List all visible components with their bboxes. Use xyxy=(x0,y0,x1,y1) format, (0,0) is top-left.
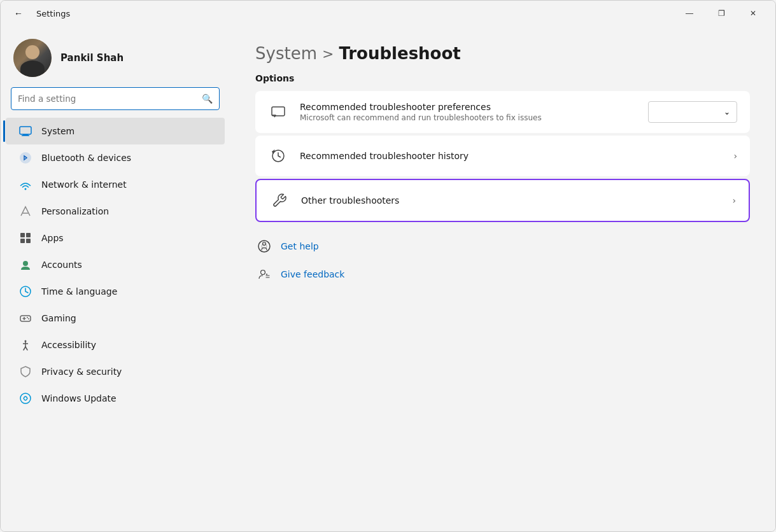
personalization-icon xyxy=(18,204,32,218)
accessibility-icon xyxy=(18,338,32,352)
search-box: 🔍 xyxy=(11,87,220,110)
window-title: Settings xyxy=(36,9,70,18)
get-help-icon xyxy=(255,237,273,255)
sidebar-item-system[interactable]: System xyxy=(6,118,225,144)
svg-rect-9 xyxy=(26,239,31,243)
svg-point-3 xyxy=(20,152,31,164)
network-icon xyxy=(18,178,32,192)
recommended-prefs-text: Recommended troubleshooter preferences M… xyxy=(300,102,637,122)
other-troubleshooters-right: › xyxy=(732,195,736,206)
titlebar: ← Settings — ❐ ✕ xyxy=(1,1,775,26)
sidebar-item-label: Bluetooth & devices xyxy=(41,153,131,163)
minimize-button[interactable]: — xyxy=(675,3,704,24)
update-icon xyxy=(18,391,32,405)
right-panel: System > Troubleshoot Options Recommen xyxy=(230,26,775,531)
history-right: › xyxy=(733,151,737,161)
sidebar-item-apps[interactable]: Apps xyxy=(6,225,225,251)
svg-point-16 xyxy=(28,318,29,319)
titlebar-left: ← Settings xyxy=(8,3,70,24)
close-button[interactable]: ✕ xyxy=(738,3,768,24)
main-content: Pankil Shah 🔍 xyxy=(1,26,775,531)
get-help-link[interactable]: Get help xyxy=(255,235,750,258)
time-icon xyxy=(18,284,32,298)
svg-rect-0 xyxy=(20,127,31,134)
search-input[interactable] xyxy=(18,94,197,104)
user-profile[interactable]: Pankil Shah xyxy=(1,26,230,87)
sidebar-item-bluetooth[interactable]: Bluetooth & devices xyxy=(6,144,225,171)
recommended-prefs-card: Recommended troubleshooter preferences M… xyxy=(255,91,750,133)
svg-rect-8 xyxy=(20,239,25,243)
sidebar-item-accounts[interactable]: Accounts xyxy=(6,251,225,278)
svg-rect-7 xyxy=(26,233,31,237)
sidebar-nav: System Bluetooth & devices xyxy=(1,118,230,412)
breadcrumb: System > Troubleshoot xyxy=(255,44,750,63)
svg-rect-6 xyxy=(20,233,25,237)
system-icon xyxy=(18,124,32,138)
prefs-dropdown[interactable]: ⌄ xyxy=(648,101,737,123)
get-help-label: Get help xyxy=(281,241,319,251)
history-icon xyxy=(268,146,288,166)
option-right-controls: ⌄ xyxy=(648,101,737,123)
sidebar-item-label: Privacy & security xyxy=(41,367,122,377)
sidebar-item-label: Accounts xyxy=(41,260,82,270)
gaming-icon xyxy=(18,311,32,325)
other-troubleshooters-card: Other troubleshooters › xyxy=(255,179,750,222)
sidebar-item-network[interactable]: Network & internet xyxy=(6,171,225,198)
svg-point-10 xyxy=(23,261,28,266)
breadcrumb-parent: System xyxy=(255,44,317,63)
privacy-icon xyxy=(18,365,32,379)
other-troubleshooters-row[interactable]: Other troubleshooters › xyxy=(257,180,749,221)
recommended-history-card: Recommended troubleshooter history › xyxy=(255,136,750,176)
sidebar-item-accessibility[interactable]: Accessibility xyxy=(6,332,225,358)
history-text: Recommended troubleshooter history xyxy=(300,151,722,161)
wrench-icon xyxy=(269,190,290,211)
give-feedback-label: Give feedback xyxy=(281,269,344,279)
chevron-down-icon: ⌄ xyxy=(724,108,730,116)
section-label: Options xyxy=(255,73,750,83)
other-troubleshooters-text: Other troubleshooters xyxy=(301,195,721,206)
breadcrumb-current: Troubleshoot xyxy=(339,44,460,63)
sidebar-item-label: Network & internet xyxy=(41,179,127,190)
settings-window: ← Settings — ❐ ✕ Pankil Shah 🔍 xyxy=(0,0,776,532)
sidebar-item-label: System xyxy=(41,126,74,136)
svg-point-27 xyxy=(262,244,267,249)
svg-point-28 xyxy=(261,270,265,275)
svg-point-4 xyxy=(25,188,27,190)
accounts-icon xyxy=(18,258,32,272)
back-button[interactable]: ← xyxy=(8,3,29,24)
chevron-right-icon: › xyxy=(733,151,737,161)
window-controls: — ❐ ✕ xyxy=(675,3,768,24)
sidebar-item-label: Apps xyxy=(41,233,64,243)
svg-point-29 xyxy=(266,274,267,275)
sidebar: Pankil Shah 🔍 xyxy=(1,26,230,531)
sidebar-item-label: Gaming xyxy=(41,313,76,323)
search-icon: 🔍 xyxy=(202,94,213,104)
sidebar-item-label: Personalization xyxy=(41,206,109,216)
user-name: Pankil Shah xyxy=(60,52,123,64)
sidebar-item-label: Windows Update xyxy=(41,393,116,403)
chevron-right-icon: › xyxy=(732,195,736,206)
avatar-image xyxy=(13,39,52,77)
give-feedback-icon xyxy=(255,265,273,283)
bluetooth-icon xyxy=(18,151,32,165)
svg-line-20 xyxy=(24,347,25,350)
avatar xyxy=(13,39,52,77)
breadcrumb-separator: > xyxy=(322,46,334,62)
sidebar-item-label: Time & language xyxy=(41,286,117,297)
sidebar-item-time[interactable]: Time & language xyxy=(6,278,225,305)
chat-icon xyxy=(268,102,288,122)
history-title: Recommended troubleshooter history xyxy=(300,151,722,161)
give-feedback-link[interactable]: Give feedback xyxy=(255,263,750,286)
sidebar-item-update[interactable]: Windows Update xyxy=(6,385,225,412)
apps-icon xyxy=(18,231,32,245)
maximize-button[interactable]: ❐ xyxy=(707,3,736,24)
sidebar-item-privacy[interactable]: Privacy & security xyxy=(6,358,225,385)
sidebar-item-gaming[interactable]: Gaming xyxy=(6,305,225,332)
other-troubleshooters-title: Other troubleshooters xyxy=(301,195,721,206)
recommended-history-row[interactable]: Recommended troubleshooter history › xyxy=(255,136,750,176)
recommended-prefs-row[interactable]: Recommended troubleshooter preferences M… xyxy=(255,91,750,133)
sidebar-item-label: Accessibility xyxy=(41,340,96,350)
links-section: Get help Give feedback xyxy=(255,235,750,286)
recommended-prefs-title: Recommended troubleshooter preferences xyxy=(300,102,637,112)
sidebar-item-personalization[interactable]: Personalization xyxy=(6,198,225,225)
